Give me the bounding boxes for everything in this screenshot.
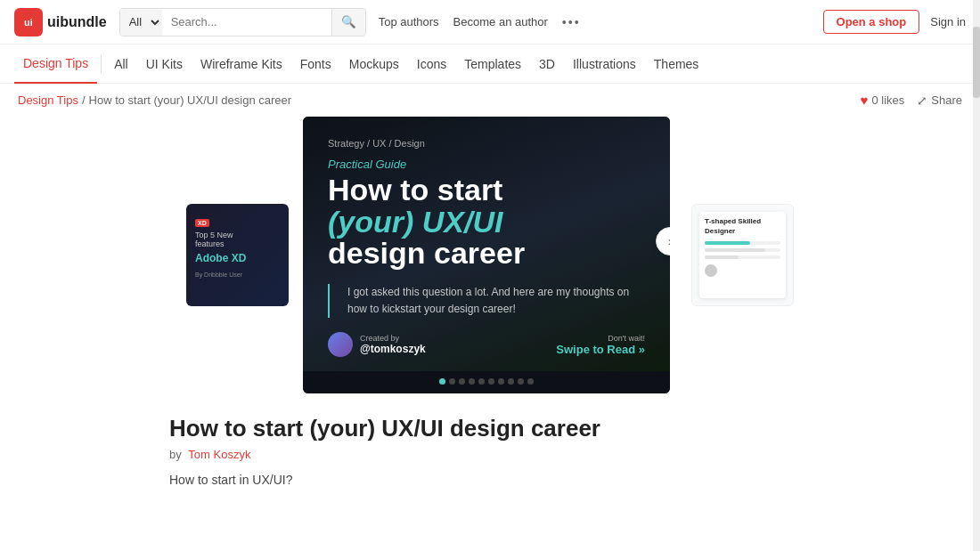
like-button[interactable]: ♥ 0 likes: [861, 93, 905, 108]
by-label: by: [169, 448, 182, 461]
carousel-dots: [303, 371, 670, 393]
right-thumb-content: T-shaped Skilled Designer: [699, 212, 786, 298]
dot-5[interactable]: [488, 378, 494, 385]
header: ui uibundle All 🔍 Top authors Become an …: [0, 0, 980, 45]
right-thumb-bar-fill: [705, 241, 750, 245]
chevron-right-icon: ›: [668, 234, 670, 248]
right-thumb-bar2-fill: [705, 248, 765, 252]
header-right: Open a shop Sign in: [823, 10, 966, 34]
subnav-item-themes[interactable]: Themes: [645, 45, 708, 84]
breadcrumb-actions: ♥ 0 likes ⤢ Share: [861, 93, 962, 108]
scrollbar-thumb[interactable]: [973, 27, 980, 98]
carousel-row: XD Top 5 New features Adobe XD By Dribbb…: [0, 117, 980, 402]
author-info: Created by @tomkoszyk: [360, 334, 426, 355]
subnav-item-fonts[interactable]: Fonts: [291, 45, 340, 84]
swipe-cta: Don't wait! Swipe to Read »: [556, 334, 645, 356]
nav-top-authors[interactable]: Top authors: [379, 15, 439, 28]
breadcrumb-parent[interactable]: Design Tips: [18, 93, 78, 107]
logo[interactable]: ui uibundle: [14, 8, 107, 36]
slide-subtitle: Practical Guide: [328, 158, 645, 171]
sign-in-button[interactable]: Sign in: [930, 15, 966, 28]
likes-count: 0 likes: [871, 93, 904, 107]
thumb-line2: features: [195, 239, 280, 248]
right-thumb-title: T-shaped Skilled Designer: [705, 217, 780, 236]
heart-icon: ♥: [861, 93, 869, 108]
logo-icon-text: ui: [24, 17, 33, 28]
dot-2[interactable]: [459, 378, 465, 385]
carousel-container: Strategy / UX / Design Practical Guide H…: [303, 117, 670, 393]
breadcrumb-separator: /: [82, 93, 86, 107]
slide-author: Created by @tomkoszyk: [328, 332, 426, 357]
logo-icon: ui: [14, 8, 43, 36]
slide-category: Strategy / UX / Design: [328, 138, 645, 149]
nav-become-author[interactable]: Become an author: [453, 15, 548, 28]
subnav-item-ui-kits[interactable]: UI Kits: [137, 45, 192, 84]
article-section: How to start (your) UX/UI design career …: [151, 402, 829, 507]
slide-title-line2: (your) UX/UI: [328, 207, 645, 239]
subnav-item-mockups[interactable]: Mockups: [340, 45, 408, 84]
subnav-item-templates[interactable]: Templates: [455, 45, 530, 84]
article-byline: by Tom Koszyk: [169, 448, 811, 461]
article-intro: How to start in UX/UI?: [169, 470, 811, 490]
thumb-line1: Top 5 New: [195, 231, 280, 239]
logo-text: uibundle: [47, 14, 107, 30]
content-wrapper: Design Tips / How to start (your) UX/UI …: [0, 84, 980, 551]
right-thumb-avatar: [705, 264, 717, 277]
share-icon: ⤢: [917, 93, 927, 108]
thumb-author: By Dribbble User: [195, 271, 280, 278]
slide-title-italic: (your) UX/UI: [328, 205, 502, 239]
dot-8[interactable]: [518, 378, 524, 385]
article-title: How to start (your) UX/UI design career: [169, 415, 811, 442]
subnav-item-3d[interactable]: 3D: [530, 45, 564, 84]
subnav-item-wireframe-kits[interactable]: Wireframe Kits: [192, 45, 291, 84]
dot-7[interactable]: [508, 378, 514, 385]
subnav-item-illustrations[interactable]: Illustrations: [564, 45, 645, 84]
thumb-xd-badge: XD: [195, 219, 209, 227]
subnav: Design Tips All UI Kits Wireframe Kits F…: [0, 45, 980, 84]
subnav-item-all[interactable]: All: [105, 45, 137, 84]
subnav-item-icons[interactable]: Icons: [408, 45, 455, 84]
article-author-link[interactable]: Tom Koszyk: [188, 448, 250, 461]
slide-title-line3: design career: [328, 238, 645, 270]
thumb-product: Adobe XD: [195, 252, 280, 264]
dot-4[interactable]: [478, 378, 485, 385]
share-button[interactable]: ⤢ Share: [917, 93, 962, 108]
dot-0[interactable]: [439, 378, 445, 385]
slide-title-line1: How to start: [328, 174, 645, 207]
search-container: All 🔍: [119, 8, 366, 36]
dot-3[interactable]: [469, 378, 475, 385]
right-thumb-bar3-fill: [705, 255, 739, 259]
swipe-text: Swipe to Read »: [556, 343, 645, 356]
search-icon: 🔍: [341, 15, 356, 28]
swipe-label: Don't wait!: [556, 334, 645, 343]
slide-footer: Created by @tomkoszyk Don't wait! Swipe …: [328, 332, 645, 357]
dot-6[interactable]: [498, 378, 504, 385]
nav-more-icon[interactable]: •••: [562, 15, 581, 29]
author-created-by: Created by: [360, 334, 426, 343]
scrollbar-track: [973, 0, 980, 551]
left-thumbnail[interactable]: XD Top 5 New features Adobe XD By Dribbb…: [186, 204, 289, 306]
share-label: Share: [931, 93, 962, 107]
subnav-item-design-tips[interactable]: Design Tips: [14, 45, 97, 84]
search-button[interactable]: 🔍: [331, 9, 365, 36]
search-select[interactable]: All: [120, 9, 162, 36]
nav-links: Top authors Become an author •••: [379, 15, 581, 29]
breadcrumb-current: How to start (your) UX/UI design career: [89, 93, 292, 107]
right-thumb-bar2: [705, 248, 780, 252]
search-input[interactable]: [162, 10, 331, 34]
open-shop-button[interactable]: Open a shop: [823, 10, 920, 34]
right-thumbnail[interactable]: T-shaped Skilled Designer: [691, 204, 794, 306]
breadcrumb: Design Tips / How to start (your) UX/UI …: [0, 84, 980, 117]
carousel-slide: Strategy / UX / Design Practical Guide H…: [303, 117, 670, 371]
right-thumb-bar3: [705, 255, 780, 259]
right-thumb-bar-container: [705, 241, 780, 245]
subnav-divider: [101, 55, 102, 73]
dot-1[interactable]: [449, 378, 455, 385]
slide-description: I got asked this question a lot. And her…: [328, 284, 645, 318]
author-handle: @tomkoszyk: [360, 343, 426, 355]
dot-9[interactable]: [527, 378, 534, 385]
author-avatar: [328, 332, 353, 357]
